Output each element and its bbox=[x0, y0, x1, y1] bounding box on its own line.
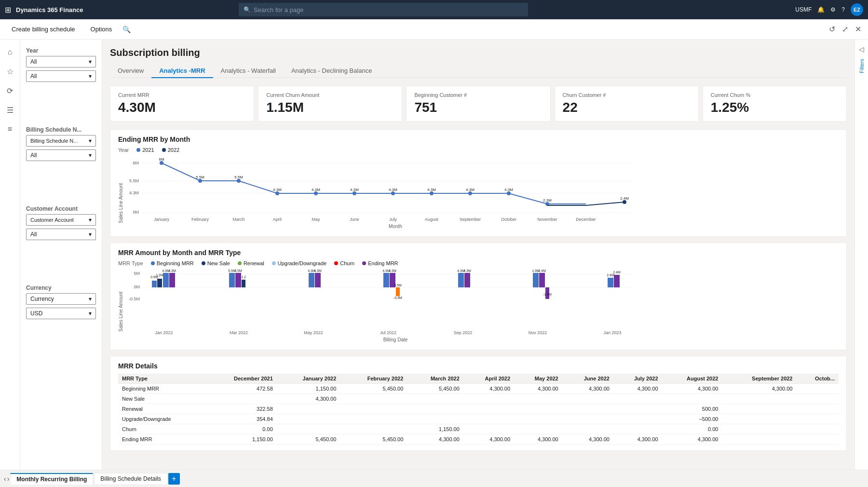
table-header-row: MRR Type December 2021 January 2022 Febr… bbox=[118, 374, 839, 384]
recent-icon[interactable]: ⟳ bbox=[1, 82, 19, 99]
kpi-churn-amount-value: 1.15M bbox=[266, 100, 394, 115]
settings-icon[interactable]: ⚙ bbox=[830, 6, 836, 13]
billing-schedule-chevron: ▾ bbox=[89, 152, 92, 159]
svg-text:1.2M: 1.2M bbox=[156, 273, 163, 277]
col-oct-2022: Octob... bbox=[797, 374, 839, 384]
search-bar[interactable]: 🔍 bbox=[239, 3, 528, 16]
legend-upgrade-label: Upgrade/Downgrade bbox=[278, 260, 327, 266]
cell-churn-jan22 bbox=[277, 424, 340, 434]
tab-analytics-mrr[interactable]: Analytics -MRR bbox=[151, 64, 213, 78]
svg-rect-54 bbox=[163, 273, 169, 287]
svg-text:4.3M: 4.3M bbox=[312, 188, 320, 192]
customer-account-filter-top[interactable]: Customer Account ▾ bbox=[26, 214, 96, 226]
close-icon[interactable]: ✕ bbox=[853, 23, 863, 36]
search-input[interactable] bbox=[254, 6, 523, 14]
add-tab-button[interactable]: + bbox=[168, 473, 180, 485]
cell-churn-sep22 bbox=[722, 424, 796, 434]
legend-churn-label: Churn bbox=[340, 260, 354, 266]
content-area: Year All ▾ All ▾ Billing Schedule N... B… bbox=[20, 40, 868, 470]
col-feb-2022: February 2022 bbox=[340, 374, 407, 384]
billing-schedule-filter-top[interactable]: Billing Schedule N... ▾ bbox=[26, 135, 96, 147]
svg-point-12 bbox=[314, 191, 318, 195]
cell-new-sale-jan22: 4,300.00 bbox=[277, 394, 340, 404]
cell-upgrade-jun22 bbox=[562, 414, 613, 424]
prev-tab-icon[interactable]: ‹ bbox=[4, 475, 6, 483]
ca-chevron: ▾ bbox=[89, 216, 92, 223]
customer-account-filter-label: Customer Account bbox=[26, 205, 96, 212]
svg-rect-65 bbox=[315, 273, 321, 287]
app-logo: Dynamics 365 Finance bbox=[16, 6, 103, 14]
notification-icon[interactable]: 🔔 bbox=[817, 6, 825, 13]
topbar-right: USMF 🔔 ⚙ ? EZ bbox=[795, 3, 863, 16]
svg-rect-85 bbox=[608, 278, 613, 287]
main-body: ⌂ ☆ ⟳ ☰ ≡ Year All ▾ All ▾ Billing Sched… bbox=[0, 40, 868, 470]
svg-rect-55 bbox=[169, 273, 175, 287]
svg-rect-59 bbox=[235, 273, 241, 287]
tab-analytics-waterfall[interactable]: Analytics - Waterfall bbox=[213, 64, 284, 78]
expand-icon[interactable]: ⤢ bbox=[840, 23, 850, 36]
svg-text:0M: 0M bbox=[134, 284, 140, 289]
options-button[interactable]: Options bbox=[84, 23, 119, 36]
cell-new-sale-oct22 bbox=[797, 394, 839, 404]
svg-rect-50 bbox=[152, 281, 157, 287]
bottombar: ‹ › Monthly Recurring Billing Billing Sc… bbox=[0, 470, 868, 487]
tab-overview[interactable]: Overview bbox=[110, 64, 151, 78]
workspaces-icon[interactable]: ≡ bbox=[1, 121, 19, 138]
year-filter-select[interactable]: All ▾ bbox=[26, 56, 96, 68]
legend-new-sale-dot bbox=[202, 261, 205, 265]
mrr-details-table-container[interactable]: MRR Type December 2021 January 2022 Febr… bbox=[118, 374, 839, 445]
col-dec-2021: December 2021 bbox=[205, 374, 276, 384]
kpi-current-mrr-value: 4.30M bbox=[118, 100, 246, 115]
year-filter-all[interactable]: All ▾ bbox=[26, 70, 96, 82]
grid-menu-icon[interactable]: ⊞ bbox=[5, 5, 11, 14]
collapse-filters-icon[interactable]: ◁ bbox=[859, 45, 864, 53]
legend-new-sale: New Sale bbox=[202, 260, 230, 266]
secondbar-search-icon[interactable]: 🔍 bbox=[121, 24, 133, 35]
cell-ending-mrr-dec21: 1,150.00 bbox=[205, 434, 276, 445]
bottom-tab-billing-schedule[interactable]: Billing Schedule Details bbox=[94, 473, 167, 484]
currency-filter-top[interactable]: Currency ▾ bbox=[26, 293, 96, 305]
app-name: Dynamics 365 Finance bbox=[16, 6, 83, 14]
ending-mrr-svg: 6M 5.5M 4.3M 0M bbox=[125, 156, 637, 230]
next-tab-icon[interactable]: › bbox=[7, 475, 10, 483]
svg-text:5.5M: 5.5M bbox=[234, 175, 243, 179]
modules-icon[interactable]: ☰ bbox=[1, 101, 19, 119]
cell-upgrade-jan22 bbox=[277, 414, 340, 424]
mrr-details-section: MRR Details MRR Type December 2021 Janua… bbox=[110, 356, 847, 451]
svg-text:Sep 2022: Sep 2022 bbox=[454, 330, 473, 335]
bottom-tab-mrr[interactable]: Monthly Recurring Billing bbox=[10, 473, 93, 485]
filters-label[interactable]: Filters bbox=[859, 59, 865, 73]
cell-renewal-aug22: 500.00 bbox=[662, 404, 722, 414]
col-may-2022: May 2022 bbox=[514, 374, 562, 384]
svg-rect-72 bbox=[396, 287, 400, 296]
create-billing-schedule-button[interactable]: Create billing schedule bbox=[5, 23, 82, 36]
favorites-icon[interactable]: ☆ bbox=[1, 63, 19, 80]
cell-upgrade-type: Upgrade/Downgrade bbox=[118, 414, 205, 424]
mrr-bar-chart-wrapper: Sales Line Amount 5M 0M -0.5M 0.5M 1.2 bbox=[118, 269, 839, 344]
cell-renewal-jun22 bbox=[562, 404, 613, 414]
svg-text:5.5M: 5.5M bbox=[234, 269, 242, 272]
bs-chevron: ▾ bbox=[89, 137, 92, 144]
currency-filter-select[interactable]: USD ▾ bbox=[26, 308, 96, 319]
legend-churn: Churn bbox=[334, 260, 354, 266]
svg-text:October: October bbox=[501, 217, 516, 222]
svg-point-17 bbox=[507, 191, 511, 195]
svg-rect-75 bbox=[458, 273, 464, 287]
refresh-icon[interactable]: ↺ bbox=[827, 23, 837, 36]
cell-new-sale-dec21 bbox=[205, 394, 276, 404]
svg-rect-58 bbox=[229, 273, 235, 287]
legend-renewal-dot bbox=[238, 261, 242, 265]
svg-text:4.3M: 4.3M bbox=[427, 188, 436, 192]
tab-analytics-declining[interactable]: Analytics - Declining Balance bbox=[284, 64, 380, 78]
home-icon[interactable]: ⌂ bbox=[1, 43, 19, 61]
svg-text:December: December bbox=[576, 217, 596, 222]
user-avatar[interactable]: EZ bbox=[851, 3, 863, 16]
help-icon[interactable]: ? bbox=[841, 6, 845, 13]
cell-beginning-mrr-mar22: 5,450.00 bbox=[407, 384, 463, 394]
svg-text:Mar 2022: Mar 2022 bbox=[230, 330, 248, 335]
svg-rect-80 bbox=[539, 273, 545, 287]
customer-account-filter-select[interactable]: All ▾ bbox=[26, 229, 96, 240]
billing-schedule-filter-select[interactable]: All ▾ bbox=[26, 149, 96, 161]
cell-renewal-mar22 bbox=[407, 404, 463, 414]
ending-mrr-y-axis-label: Sales Line Amount bbox=[118, 156, 123, 223]
